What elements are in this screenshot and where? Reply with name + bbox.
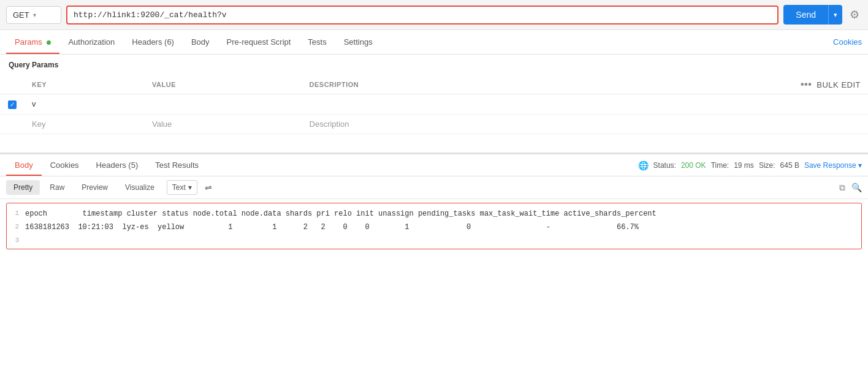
value-placeholder[interactable]: Value	[145, 114, 302, 134]
tab-params[interactable]: Params	[6, 30, 59, 54]
url-input[interactable]: http://hlink1:9200/_cat/health?v	[66, 6, 779, 25]
top-bar: GET ▾ http://hlink1:9200/_cat/health?v S…	[0, 0, 868, 30]
method-select[interactable]: GET ▾	[6, 6, 61, 24]
time-label: Time:	[711, 161, 729, 170]
format-tab-visualize[interactable]: Visualize	[118, 180, 162, 195]
line-number: 3	[7, 235, 25, 244]
line-number: 1	[7, 208, 25, 217]
line-content: 1638181263 10:21:03 lyz-es yellow 1 1 2 …	[25, 222, 639, 233]
table-row: ✓ v	[0, 94, 868, 115]
format-tab-preview[interactable]: Preview	[74, 180, 115, 195]
desc-placeholder[interactable]: Description	[302, 114, 563, 134]
response-tab-body[interactable]: Body	[6, 154, 42, 176]
format-tab-pretty[interactable]: Pretty	[6, 180, 40, 195]
tab-body[interactable]: Body	[183, 30, 218, 54]
size-value: 645 B	[780, 161, 799, 170]
tab-headers[interactable]: Headers (6)	[123, 30, 183, 54]
globe-icon: 🌐	[638, 160, 649, 170]
param-key[interactable]: v	[25, 94, 145, 115]
param-value[interactable]	[145, 94, 302, 115]
code-line-2: 2 1638181263 10:21:03 lyz-es yellow 1 1 …	[7, 221, 861, 234]
size-label: Size:	[759, 161, 775, 170]
wrap-icon[interactable]: ⇌	[205, 183, 212, 192]
search-icon[interactable]: 🔍	[851, 183, 862, 192]
more-options-icon[interactable]: •••	[801, 79, 812, 90]
format-type-select[interactable]: Text ▾	[167, 180, 197, 195]
response-tab-cookies[interactable]: Cookies	[42, 154, 88, 176]
code-line-3: 3	[7, 234, 861, 245]
row-checkbox[interactable]: ✓	[8, 100, 17, 109]
format-tab-raw[interactable]: Raw	[42, 180, 72, 195]
response-tab-test-results[interactable]: Test Results	[147, 154, 207, 176]
params-dot	[47, 40, 51, 45]
code-line-1: 1 epoch timestamp cluster status node.to…	[7, 207, 861, 221]
params-table: KEY VALUE DESCRIPTION ••• Bulk Edit	[0, 75, 868, 134]
line-number: 2	[7, 222, 25, 230]
request-tab-nav: Params Authorization Headers (6) Body Pr…	[0, 30, 868, 55]
response-tab-headers[interactable]: Headers (5)	[88, 154, 147, 176]
response-tab-nav: Body Cookies Headers (5) Test Results 🌐 …	[0, 154, 868, 176]
tab-settings[interactable]: Settings	[335, 30, 381, 54]
send-button[interactable]: Send	[783, 5, 828, 25]
bulk-edit-button[interactable]: Bulk Edit	[817, 80, 861, 89]
settings-icon: ⚙	[850, 9, 859, 21]
col-key: KEY	[25, 75, 145, 94]
copy-icon[interactable]: ⧉	[839, 183, 845, 193]
tab-prerequest[interactable]: Pre-request Script	[218, 30, 300, 54]
code-content: 1 epoch timestamp cluster status node.to…	[7, 203, 861, 249]
query-params-section: Query Params KEY VALUE DESCRIPTION ••• B…	[0, 55, 868, 153]
status-label: Status:	[653, 161, 676, 170]
tab-tests[interactable]: Tests	[299, 30, 335, 54]
time-value: 19 ms	[734, 161, 754, 170]
response-code-area: 1 epoch timestamp cluster status node.to…	[6, 203, 862, 249]
tab-authorization[interactable]: Authorization	[59, 30, 123, 54]
method-chevron: ▾	[33, 12, 36, 18]
query-params-title: Query Params	[0, 55, 67, 75]
param-description[interactable]	[302, 94, 563, 115]
save-response-button[interactable]: Save Response ▾	[804, 161, 862, 170]
send-button-group: Send ▾	[783, 5, 842, 25]
response-meta: 🌐 Status: 200 OK Time: 19 ms Size: 645 B…	[638, 160, 862, 170]
response-area: Body Cookies Headers (5) Test Results 🌐 …	[0, 153, 868, 249]
format-right-actions: ⧉ 🔍	[839, 183, 862, 193]
status-value: 200 OK	[681, 161, 706, 170]
format-chevron: ▾	[188, 183, 192, 192]
key-placeholder[interactable]: Key	[25, 114, 145, 134]
cookies-link[interactable]: Cookies	[833, 30, 862, 54]
format-bar: Pretty Raw Preview Visualize Text ▾ ⇌ ⧉ …	[0, 176, 868, 199]
table-row-placeholder: Key Value Description	[0, 114, 868, 134]
col-description: DESCRIPTION	[302, 75, 563, 94]
method-label: GET	[13, 10, 29, 20]
col-value: VALUE	[145, 75, 302, 94]
settings-icon-button[interactable]: ⚙	[847, 8, 862, 21]
line-content: epoch timestamp cluster status node.tota…	[25, 208, 657, 219]
send-dropdown-button[interactable]: ▾	[828, 5, 842, 25]
